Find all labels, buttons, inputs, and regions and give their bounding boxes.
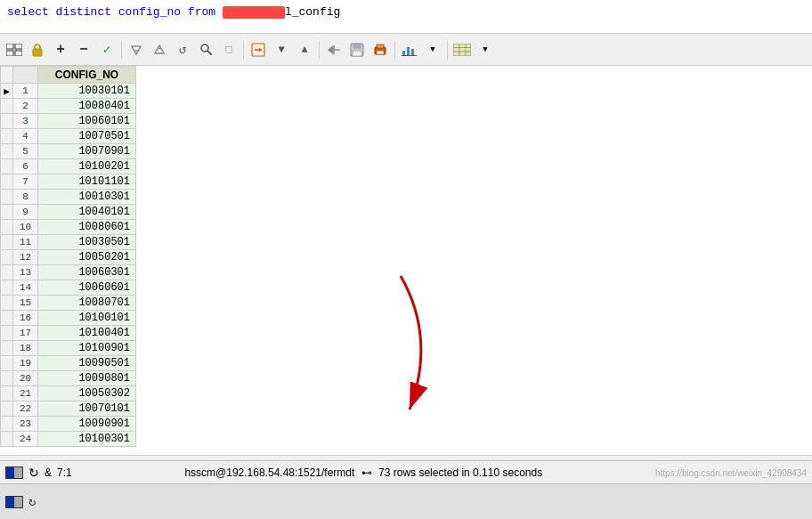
row-number: 2	[13, 99, 38, 114]
config-no-cell[interactable]: 10060601	[38, 280, 136, 296]
table-dropdown-btn[interactable]: ▼	[475, 39, 496, 61]
row-number: 24	[13, 432, 38, 447]
table-row[interactable]: 210080401	[1, 99, 136, 114]
sep5	[447, 41, 448, 59]
config-no-cell[interactable]: 10080601	[38, 220, 136, 235]
export-btn[interactable]	[248, 39, 269, 61]
svg-rect-3	[15, 51, 22, 56]
config-no-cell[interactable]: 10070501	[38, 129, 136, 144]
table-row[interactable]: 810010301	[1, 190, 136, 205]
config-no-cell[interactable]: 10080401	[38, 99, 136, 114]
row-active-indicator	[1, 99, 13, 114]
clear-filter-btn[interactable]: ⬚	[218, 39, 240, 61]
row-active-indicator	[1, 296, 13, 311]
filter-desc-btn[interactable]	[126, 39, 147, 61]
svg-line-12	[207, 52, 211, 55]
config-no-cell[interactable]: 10070101	[38, 401, 136, 417]
table-row[interactable]: 1710100401	[1, 326, 136, 341]
config-no-cell[interactable]: 10090901	[38, 417, 136, 432]
bottom-spinner[interactable]: ↻	[28, 494, 36, 509]
config-no-cell[interactable]: 10010301	[38, 190, 136, 205]
row-number: 13	[13, 265, 38, 280]
config-no-cell[interactable]: 10060101	[38, 114, 136, 129]
config-no-cell[interactable]: 10070901	[38, 144, 136, 159]
table-row[interactable]: ▶110030101	[1, 84, 136, 99]
config-no-cell[interactable]: 10100301	[38, 432, 136, 447]
table-row[interactable]: 1510080701	[1, 296, 136, 311]
row-number: 11	[13, 235, 38, 250]
svg-marker-15	[259, 47, 262, 52]
row-number: 6	[13, 159, 38, 174]
config-no-cell[interactable]: 10030101	[38, 84, 136, 99]
config-no-cell[interactable]: 10080701	[38, 296, 136, 311]
config-no-cell[interactable]: 10090801	[38, 371, 136, 386]
table-row[interactable]: 610100201	[1, 159, 136, 174]
table-row[interactable]: 1810100901	[1, 341, 136, 356]
config-no-cell[interactable]: 10101101	[38, 174, 136, 190]
sep4	[394, 41, 395, 59]
config-no-cell[interactable]: 10050201	[38, 250, 136, 265]
table-row[interactable]: 1210050201	[1, 250, 136, 265]
row-active-indicator	[1, 341, 13, 356]
refresh-btn[interactable]: ↺	[172, 39, 193, 61]
row-number: 16	[13, 311, 38, 326]
scroll-up-btn[interactable]: ▲	[294, 39, 315, 61]
table-row[interactable]: 1610100101	[1, 311, 136, 326]
row-active-indicator	[1, 265, 13, 280]
find-btn[interactable]	[195, 39, 216, 61]
table-row[interactable]: 510070901	[1, 144, 136, 159]
config-no-cell[interactable]: 10100901	[38, 341, 136, 356]
config-no-cell[interactable]: 10100401	[38, 326, 136, 341]
add-row-btn[interactable]: +	[50, 39, 71, 61]
row-active-indicator	[1, 114, 13, 129]
table-row[interactable]: 1110030501	[1, 235, 136, 250]
table-row[interactable]: 410070501	[1, 129, 136, 144]
table-row[interactable]: 2110050302	[1, 386, 136, 401]
table-view-btn[interactable]	[451, 39, 473, 61]
watermark: https://blog.csdn.net/weixin_42908434	[655, 468, 807, 478]
save-btn[interactable]	[346, 39, 368, 61]
svg-rect-24	[377, 51, 384, 54]
sql-editor[interactable]: select distinct config_no from l_config	[0, 0, 812, 34]
status-right: https://blog.csdn.net/weixin_42908434	[655, 467, 807, 478]
chart-btn[interactable]	[399, 39, 420, 61]
status-ampersand: &	[45, 466, 52, 479]
print-btn[interactable]	[369, 39, 391, 61]
config-no-cell[interactable]: 10090501	[38, 356, 136, 371]
sep3	[319, 41, 320, 59]
grid-toggle-btn[interactable]	[4, 39, 25, 61]
config-no-cell[interactable]: 10040101	[38, 205, 136, 220]
remove-row-btn[interactable]: −	[73, 39, 94, 61]
table-row[interactable]: 2210070101	[1, 401, 136, 417]
config-no-cell[interactable]: 10050302	[38, 386, 136, 401]
table-row[interactable]: 1010080601	[1, 220, 136, 235]
chart-dropdown-btn[interactable]: ▼	[422, 39, 443, 61]
table-row[interactable]: 2010090801	[1, 371, 136, 386]
content-area: select distinct config_no from l_config …	[0, 0, 812, 460]
table-row[interactable]: 1310060301	[1, 265, 136, 280]
data-table: CONFIG_NO ▶11003010121008040131006010141…	[0, 66, 136, 447]
run-sql-btn[interactable]	[323, 39, 345, 61]
table-row[interactable]: 910040101	[1, 205, 136, 220]
table-row[interactable]: 710101101	[1, 174, 136, 190]
table-row[interactable]: 2410100301	[1, 432, 136, 447]
row-active-indicator	[1, 174, 13, 190]
row-number: 12	[13, 250, 38, 265]
table-row[interactable]: 1410060601	[1, 280, 136, 296]
config-no-cell[interactable]: 10100101	[38, 311, 136, 326]
data-table-container[interactable]: CONFIG_NO ▶11003010121008040131006010141…	[0, 66, 812, 456]
filter-asc-btn[interactable]	[149, 39, 170, 61]
row-number: 7	[13, 174, 38, 190]
table-row[interactable]: 2310090901	[1, 417, 136, 432]
lock-btn[interactable]	[27, 39, 48, 61]
table-row[interactable]: 1910090501	[1, 356, 136, 371]
config-no-cell[interactable]: 10060301	[38, 265, 136, 280]
config-no-cell[interactable]: 10030501	[38, 235, 136, 250]
config-no-cell[interactable]: 10100201	[38, 159, 136, 174]
table-row[interactable]: 310060101	[1, 114, 136, 129]
row-number: 18	[13, 341, 38, 356]
sql-from-keyword: from	[188, 5, 215, 19]
row-active-indicator	[1, 311, 13, 326]
scroll-down-btn[interactable]: ▼	[271, 39, 292, 61]
confirm-btn[interactable]: ✓	[96, 39, 118, 61]
